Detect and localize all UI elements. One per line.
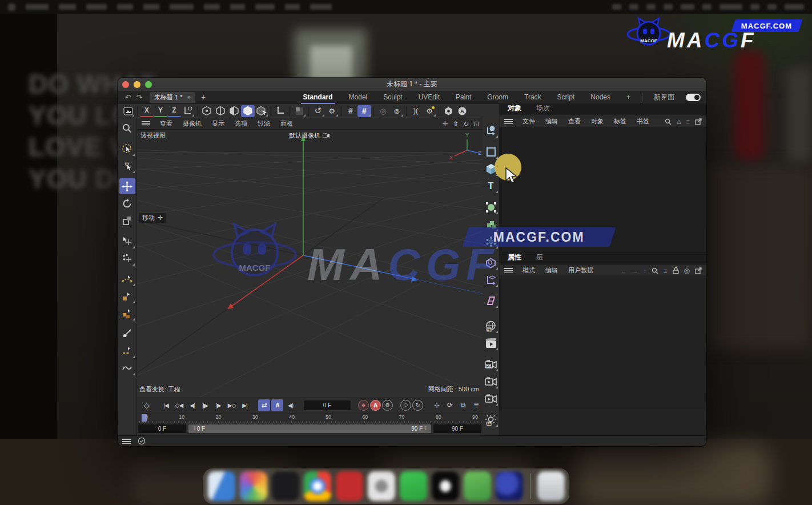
menubar-item[interactable]	[255, 4, 275, 10]
spline-rectangle-icon[interactable]	[484, 145, 499, 159]
close-document-icon[interactable]: ×	[187, 94, 191, 101]
menubar-status-icon[interactable]	[767, 4, 777, 10]
filter-icon[interactable]: ≡	[664, 267, 667, 274]
render-clapper-icon[interactable]	[484, 336, 499, 351]
polygons-mode-icon[interactable]	[227, 105, 241, 117]
object-mode-icon[interactable]	[255, 105, 268, 117]
points-move-tool-icon[interactable]	[119, 250, 135, 266]
keyframe-diamond-icon[interactable]: ◇	[140, 399, 152, 411]
brush-tool-icon[interactable]	[119, 326, 135, 342]
keyframe-position-icon[interactable]: ⊹	[431, 399, 443, 411]
hexnut-icon[interactable]	[441, 105, 455, 117]
tweak-tool-icon[interactable]: ⚙	[119, 158, 135, 174]
volume-builder-icon[interactable]	[484, 255, 499, 270]
menubar-status-icon[interactable]	[750, 4, 759, 10]
spline-pen-icon[interactable]	[119, 271, 135, 287]
dock-app-finder[interactable]	[208, 471, 235, 501]
menubar-item[interactable]	[170, 4, 194, 10]
axis-x-lock-button[interactable]: X	[140, 105, 154, 117]
undo-icon[interactable]: ↶	[122, 93, 134, 102]
viewport-menu-display[interactable]: 显示	[207, 119, 230, 128]
camera-morph-icon[interactable]	[484, 391, 499, 406]
new-interface-button[interactable]: 新界面	[646, 91, 682, 104]
range-slider[interactable]: ‖ 0 F 90 F ‖	[188, 424, 431, 433]
tab-standard[interactable]: Standard	[295, 91, 341, 103]
axis-modifier-icon[interactable]	[484, 272, 499, 287]
menubar-status-icon[interactable]	[702, 4, 711, 10]
document-tab[interactable]: 未标题 1 * ×	[150, 92, 195, 103]
range-grip-right[interactable]: ‖	[424, 426, 426, 431]
menubar-status-icon[interactable]	[785, 4, 804, 10]
dock-app-green[interactable]	[400, 471, 427, 501]
external-window-icon[interactable]	[695, 118, 702, 125]
scale-tool-icon[interactable]	[119, 213, 135, 229]
range-end-field[interactable]: 90 F	[433, 424, 481, 433]
menubar-clock[interactable]	[719, 4, 742, 10]
keyframe-scale-icon[interactable]: ⧉	[457, 399, 469, 411]
filter-icon[interactable]: ≡	[686, 118, 690, 125]
dock-app-navy[interactable]	[496, 471, 523, 501]
status-menu-icon[interactable]	[122, 439, 131, 444]
tab-layers[interactable]: 层	[536, 252, 543, 264]
menubar-status-icon[interactable]	[646, 4, 656, 10]
am-menu-edit[interactable]: 编辑	[540, 266, 563, 275]
cube-primitive-icon[interactable]	[484, 162, 499, 177]
field-object-icon[interactable]	[484, 294, 499, 308]
autokey-button[interactable]: A	[370, 400, 381, 411]
target-rings-icon[interactable]: ◎	[376, 105, 390, 117]
menubar-item[interactable]	[310, 4, 332, 10]
attribute-manager-menu-icon[interactable]	[504, 268, 513, 273]
menubar-item[interactable]	[117, 4, 133, 10]
pen-primitives-icon[interactable]	[119, 305, 135, 321]
object-manager-list[interactable]	[500, 128, 706, 253]
object-manager-menu-icon[interactable]	[504, 119, 513, 124]
menubar-status-icon[interactable]	[612, 4, 621, 10]
range-start-field[interactable]: 0 F	[138, 424, 186, 433]
modeling-settings-gear-icon[interactable]: ⚙	[423, 105, 436, 117]
menubar-item[interactable]	[86, 4, 107, 10]
viewport-3d[interactable]: Y X Z 透视视图 默认摄像机 移动✛ 查看变换: 工程 网格间距 : 500…	[137, 130, 483, 397]
array-cloner-icon[interactable]	[484, 217, 499, 232]
points-mode-icon[interactable]	[200, 105, 214, 117]
dock-app-red[interactable]	[336, 471, 363, 501]
om-menu-view[interactable]: 查看	[563, 117, 586, 126]
spline-smooth-icon[interactable]	[119, 360, 135, 376]
dock-app-photos[interactable]	[240, 471, 267, 501]
tab-paint[interactable]: Paint	[448, 91, 479, 103]
om-menu-bookmarks[interactable]: 书签	[632, 117, 654, 126]
search-icon[interactable]	[652, 267, 658, 274]
home-icon[interactable]: ⌂	[677, 118, 681, 126]
workplane-gear-icon[interactable]: ⚙	[325, 105, 339, 117]
tab-script[interactable]: Script	[549, 91, 583, 103]
live-selection-icon[interactable]	[119, 141, 135, 157]
next-frame-button[interactable]: |▶	[212, 399, 224, 411]
viewport-menu-panel[interactable]: 面板	[275, 119, 298, 128]
menubar-item[interactable]	[285, 4, 300, 10]
om-menu-file[interactable]: 文件	[517, 117, 540, 126]
add-document-button[interactable]: +	[201, 93, 206, 102]
menubar-item[interactable]	[143, 4, 159, 10]
tab-nodes[interactable]: Nodes	[582, 91, 618, 103]
subdivision-surface-icon[interactable]	[484, 200, 499, 215]
prev-key-button[interactable]: ◇◀	[173, 399, 185, 411]
menubar-status-icon[interactable]	[681, 4, 694, 10]
range-grip-left[interactable]: ‖	[194, 426, 195, 431]
keyframe-rotation-icon[interactable]: ⟳	[444, 399, 456, 411]
annotation-a-icon[interactable]: A	[455, 105, 469, 117]
viewport-menu-options[interactable]: 选项	[230, 119, 252, 128]
timeline-ruler[interactable]: 010 2030 4050 6070 8090	[137, 413, 483, 423]
zoom-tool-icon[interactable]	[119, 120, 135, 136]
viewport-name-label[interactable]: 透视视图	[140, 131, 166, 140]
dock-app-dark[interactable]	[272, 471, 299, 501]
coordinate-system-icon[interactable]	[181, 105, 195, 117]
tab-uvedit[interactable]: UVEdit	[411, 91, 448, 103]
am-menu-mode[interactable]: 模式	[517, 266, 540, 275]
status-check-icon[interactable]	[138, 437, 146, 445]
workplane-icon[interactable]: ↺	[311, 105, 325, 117]
play-sound-track-icon[interactable]: A	[271, 399, 283, 411]
texture-mode-icon[interactable]	[292, 105, 306, 117]
window-titlebar[interactable]: 未标题 1 * - 主要	[118, 78, 706, 91]
cursor-move-tool-icon[interactable]	[119, 233, 135, 249]
pan-view-icon[interactable]: ✛	[443, 120, 448, 128]
current-frame-field[interactable]: 0 F	[304, 400, 351, 410]
